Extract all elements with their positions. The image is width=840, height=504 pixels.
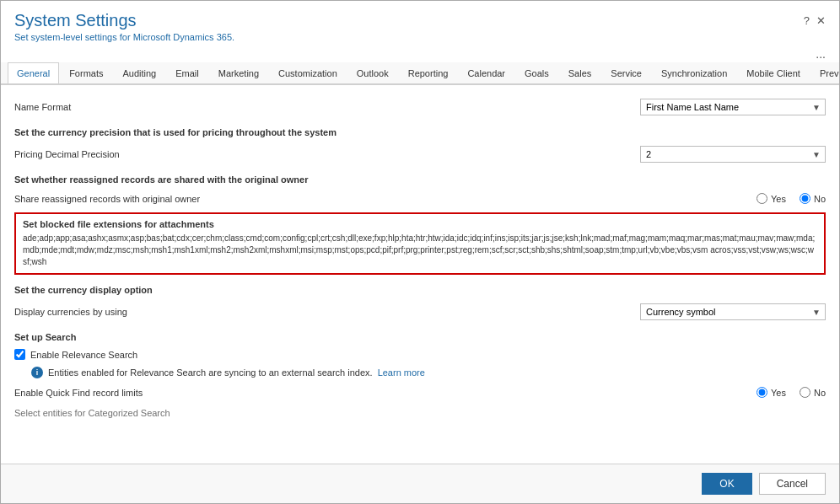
name-format-select[interactable]: First Name Last Name Last Name, First Na… bbox=[640, 99, 826, 115]
footer: OK Cancel bbox=[1, 464, 839, 503]
currency-display-row: Display currencies by using Currency sym… bbox=[14, 298, 826, 325]
tab-outlook[interactable]: Outlook bbox=[347, 62, 398, 83]
title-bar-left: System Settings Set system-level setting… bbox=[14, 11, 234, 42]
search-heading: Set up Search bbox=[14, 325, 826, 346]
tab-calendar[interactable]: Calendar bbox=[458, 62, 514, 83]
dialog-title: System Settings bbox=[14, 11, 234, 30]
reassigned-records-radio-group: Yes No bbox=[757, 193, 826, 204]
currency-display-heading: Set the currency display option bbox=[14, 278, 826, 298]
quick-find-no-label: No bbox=[800, 387, 826, 398]
tab-goals[interactable]: Goals bbox=[515, 62, 558, 83]
currency-display-select[interactable]: Currency symbol Currency code bbox=[640, 303, 826, 320]
ellipsis-bar: ... bbox=[1, 46, 839, 62]
currency-precision-heading: Set the currency precision that is used … bbox=[14, 121, 826, 141]
tab-service[interactable]: Service bbox=[601, 62, 651, 83]
tab-formats[interactable]: Formats bbox=[60, 62, 112, 83]
blocked-extensions-text: ade;adp;app;asa;ashx;asmx;asp;bas;bat;cd… bbox=[23, 233, 817, 268]
quick-find-no-text: No bbox=[814, 388, 826, 398]
quick-find-yes-radio[interactable] bbox=[757, 387, 767, 398]
quick-find-row: Enable Quick Find record limits Yes No bbox=[14, 382, 826, 403]
reassigned-no-text: No bbox=[814, 194, 826, 204]
tab-mobile-client[interactable]: Mobile Client bbox=[737, 62, 810, 83]
quick-find-yes-label: Yes bbox=[757, 387, 786, 398]
reassigned-no-label: No bbox=[800, 193, 826, 204]
content-area: Name Format First Name Last Name Last Na… bbox=[1, 85, 839, 464]
name-format-label: Name Format bbox=[14, 102, 71, 112]
currency-precision-row: Pricing Decimal Precision 0 1 2 3 4 ▼ bbox=[14, 141, 826, 168]
blocked-extensions-heading: Set blocked file extensions for attachme… bbox=[23, 219, 817, 229]
enable-relevance-label: Enable Relevance Search bbox=[30, 350, 137, 360]
ellipsis-icon[interactable]: ... bbox=[816, 47, 826, 61]
tab-sales[interactable]: Sales bbox=[559, 62, 601, 83]
tab-auditing[interactable]: Auditing bbox=[113, 62, 165, 83]
tab-customization[interactable]: Customization bbox=[269, 62, 347, 83]
tab-previews[interactable]: Previews bbox=[810, 62, 839, 83]
blocked-extensions-box: Set blocked file extensions for attachme… bbox=[14, 212, 826, 275]
select-entities-row: Select entities for Categorized Search bbox=[14, 403, 826, 423]
currency-display-label: Display currencies by using bbox=[14, 307, 127, 317]
name-format-select-wrapper: First Name Last Name Last Name, First Na… bbox=[640, 99, 826, 115]
reassigned-yes-label: Yes bbox=[757, 193, 786, 204]
currency-precision-select[interactable]: 0 1 2 3 4 bbox=[640, 146, 826, 163]
select-entities-label: Select entities for Categorized Search bbox=[14, 408, 170, 418]
close-button[interactable]: ✕ bbox=[816, 14, 826, 27]
subtitle-brand: Microsoft Dynamics 365. bbox=[133, 32, 234, 42]
reassigned-no-radio[interactable] bbox=[800, 193, 810, 204]
tab-marketing[interactable]: Marketing bbox=[209, 62, 268, 83]
title-bar: System Settings Set system-level setting… bbox=[1, 1, 839, 46]
tab-reporting[interactable]: Reporting bbox=[399, 62, 458, 83]
reassigned-records-heading: Set whether reassigned records are share… bbox=[14, 168, 826, 188]
ok-button[interactable]: OK bbox=[702, 473, 751, 495]
name-format-row: Name Format First Name Last Name Last Na… bbox=[14, 94, 826, 121]
tab-general[interactable]: General bbox=[8, 62, 59, 85]
system-settings-dialog: System Settings Set system-level setting… bbox=[0, 0, 840, 504]
enable-relevance-checkbox[interactable] bbox=[14, 349, 25, 360]
quick-find-radio-group: Yes No bbox=[757, 387, 826, 398]
subtitle-text: Set system-level settings for bbox=[14, 32, 131, 42]
quick-find-label: Enable Quick Find record limits bbox=[14, 388, 143, 398]
info-text: Entities enabled for Relevance Search ar… bbox=[48, 367, 373, 378]
learn-more-link[interactable]: Learn more bbox=[378, 367, 425, 378]
info-icon: i bbox=[31, 367, 43, 378]
tab-email[interactable]: Email bbox=[166, 62, 208, 83]
info-row: i Entities enabled for Relevance Search … bbox=[14, 363, 826, 382]
dialog-subtitle: Set system-level settings for Microsoft … bbox=[14, 32, 234, 42]
currency-precision-label: Pricing Decimal Precision bbox=[14, 149, 120, 159]
currency-precision-select-wrapper: 0 1 2 3 4 ▼ bbox=[640, 146, 826, 163]
currency-display-select-wrapper: Currency symbol Currency code ▼ bbox=[640, 303, 826, 320]
cancel-button[interactable]: Cancel bbox=[759, 473, 826, 495]
title-bar-controls: ? ✕ bbox=[804, 14, 826, 27]
reassigned-records-label: Share reassigned records with original o… bbox=[14, 194, 200, 204]
tabs-container: General Formats Auditing Email Marketing… bbox=[1, 62, 839, 85]
reassigned-yes-text: Yes bbox=[771, 194, 786, 204]
content-wrapper: Name Format First Name Last Name Last Na… bbox=[1, 85, 839, 464]
reassigned-records-row: Share reassigned records with original o… bbox=[14, 188, 826, 209]
quick-find-yes-text: Yes bbox=[771, 388, 786, 398]
help-button[interactable]: ? bbox=[804, 14, 810, 27]
enable-relevance-row: Enable Relevance Search bbox=[14, 346, 826, 363]
tab-synchronization[interactable]: Synchronization bbox=[652, 62, 736, 83]
reassigned-yes-radio[interactable] bbox=[757, 193, 767, 204]
quick-find-no-radio[interactable] bbox=[800, 387, 810, 398]
